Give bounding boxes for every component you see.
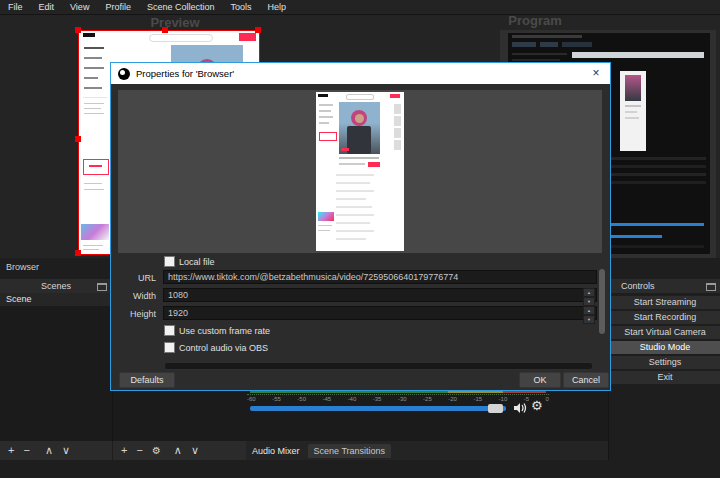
move-scene-up-icon[interactable]: ∧ bbox=[45, 441, 53, 460]
dock-popout-icon[interactable] bbox=[97, 283, 107, 291]
height-spin-down-icon[interactable]: ▼ bbox=[583, 315, 595, 324]
volume-slider[interactable] bbox=[250, 406, 506, 411]
move-source-up-icon[interactable]: ∧ bbox=[174, 441, 182, 460]
dialog-title-bar[interactable]: Properties for 'Browser' × bbox=[111, 63, 610, 84]
width-input[interactable]: 1080 bbox=[163, 288, 597, 302]
scene-list-item[interactable]: Scene bbox=[0, 293, 112, 306]
dialog-horizontal-scrollbar[interactable] bbox=[164, 362, 593, 370]
controls-dock: Controls Start Streaming Start Recording… bbox=[608, 258, 720, 460]
audio-mixer-dock: -60-55 -50-45 -40-35 -30-25 -20-15 -10-5… bbox=[246, 390, 608, 441]
scene-list-body bbox=[0, 306, 112, 441]
source-name-label: Browser bbox=[6, 262, 39, 272]
studio-mode-button[interactable]: Studio Mode bbox=[610, 341, 720, 354]
obs-window: File Edit View Profile Scene Collection … bbox=[0, 0, 720, 478]
selection-handle-top-center[interactable] bbox=[162, 27, 168, 33]
menu-tools[interactable]: Tools bbox=[222, 0, 259, 14]
cancel-button[interactable]: Cancel bbox=[563, 372, 609, 388]
move-source-down-icon[interactable]: ∨ bbox=[191, 441, 199, 460]
sources-toolbar: + − ⚙ ∧ ∨ bbox=[113, 441, 246, 460]
left-dock: Browser Scenes Scene bbox=[0, 258, 113, 441]
url-label: URL bbox=[111, 273, 156, 283]
move-scene-down-icon[interactable]: ∨ bbox=[62, 441, 70, 460]
sources-dock-body bbox=[113, 390, 247, 441]
remove-source-icon[interactable]: − bbox=[136, 441, 142, 460]
custom-frame-rate-checkbox[interactable] bbox=[164, 325, 175, 336]
height-spin-up-icon[interactable]: ▲ bbox=[583, 306, 595, 315]
height-label: Height bbox=[111, 309, 156, 319]
start-recording-button[interactable]: Start Recording bbox=[610, 311, 720, 324]
speaker-icon[interactable] bbox=[513, 401, 527, 415]
meter-scale: -60-55 -50-45 -40-35 -30-25 -20-15 -10-5… bbox=[247, 394, 549, 402]
controls-dock-popout-icon[interactable] bbox=[706, 283, 716, 291]
add-scene-icon[interactable]: + bbox=[8, 441, 14, 460]
menu-help[interactable]: Help bbox=[259, 0, 294, 14]
menu-edit[interactable]: Edit bbox=[31, 0, 63, 14]
mixer-tab-bar: Audio Mixer Scene Transitions bbox=[246, 441, 608, 460]
url-input[interactable]: https://www.tiktok.com/@betzabethmusica/… bbox=[163, 270, 597, 284]
ok-button[interactable]: OK bbox=[519, 372, 561, 388]
width-label: Width bbox=[111, 291, 156, 301]
close-icon[interactable]: × bbox=[582, 63, 610, 84]
defaults-button[interactable]: Defaults bbox=[119, 372, 175, 388]
menu-file[interactable]: File bbox=[0, 0, 31, 14]
dialog-vertical-scrollbar[interactable] bbox=[599, 269, 605, 334]
dialog-title: Properties for 'Browser' bbox=[136, 68, 234, 79]
tab-audio-mixer[interactable]: Audio Mixer bbox=[252, 446, 300, 456]
start-virtual-camera-button[interactable]: Start Virtual Camera bbox=[610, 326, 720, 339]
program-pane-label: Program bbox=[355, 13, 715, 28]
preview-pane-label: Preview bbox=[0, 15, 350, 30]
custom-frame-rate-label: Use custom frame rate bbox=[179, 326, 270, 336]
menu-scene-collection[interactable]: Scene Collection bbox=[139, 0, 223, 14]
obs-logo-icon bbox=[118, 68, 130, 80]
controls-dock-header: Controls bbox=[609, 279, 720, 293]
local-file-label: Local file bbox=[179, 257, 215, 267]
menu-profile[interactable]: Profile bbox=[97, 0, 139, 14]
scenes-dock-header: Scenes bbox=[0, 279, 112, 293]
width-spin-up-icon[interactable]: ▲ bbox=[583, 288, 595, 297]
source-properties-gear-icon[interactable]: ⚙ bbox=[152, 441, 161, 460]
scenes-dock-title: Scenes bbox=[41, 281, 71, 291]
selection-handle-top-right[interactable] bbox=[255, 27, 261, 33]
settings-button[interactable]: Settings bbox=[610, 356, 720, 369]
volume-slider-handle[interactable] bbox=[488, 404, 503, 413]
menu-view[interactable]: View bbox=[62, 0, 97, 14]
width-spinner[interactable]: ▲ ▼ bbox=[583, 288, 595, 302]
selection-handle-top-left[interactable] bbox=[75, 27, 81, 33]
tab-scene-transitions[interactable]: Scene Transitions bbox=[308, 444, 392, 458]
dialog-preview-thumbnail bbox=[316, 92, 404, 251]
width-spin-down-icon[interactable]: ▼ bbox=[583, 297, 595, 306]
scenes-toolbar: + − ∧ ∨ bbox=[0, 441, 112, 460]
mixer-gear-icon[interactable]: ⚙ bbox=[531, 398, 543, 413]
remove-scene-icon[interactable]: − bbox=[23, 441, 29, 460]
control-audio-checkbox[interactable] bbox=[164, 342, 175, 353]
control-audio-label: Control audio via OBS bbox=[179, 343, 268, 353]
exit-button[interactable]: Exit bbox=[610, 371, 720, 384]
add-source-icon[interactable]: + bbox=[121, 441, 127, 460]
local-file-checkbox[interactable] bbox=[164, 256, 175, 267]
selection-handle-mid-left[interactable] bbox=[75, 136, 81, 142]
start-streaming-button[interactable]: Start Streaming bbox=[610, 296, 720, 309]
height-input[interactable]: 1920 bbox=[163, 306, 597, 320]
controls-dock-title: Controls bbox=[621, 281, 655, 291]
selection-handle-bottom-left[interactable] bbox=[75, 250, 81, 256]
properties-dialog: Properties for 'Browser' × bbox=[110, 62, 611, 391]
height-spinner[interactable]: ▲ ▼ bbox=[583, 306, 595, 320]
